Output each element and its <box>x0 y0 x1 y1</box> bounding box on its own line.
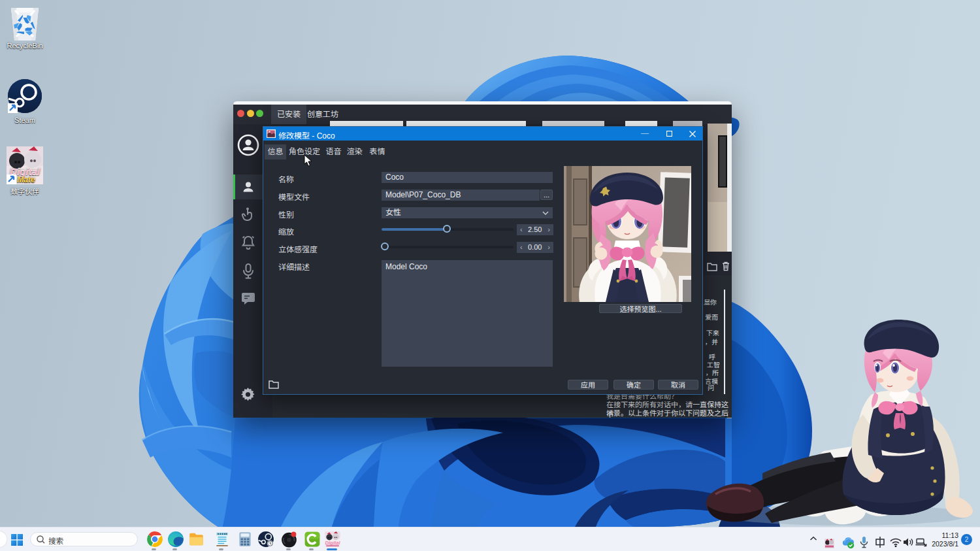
svg-text:Digital: Digital <box>325 540 340 546</box>
svg-text:Mate: Mate <box>17 175 35 184</box>
